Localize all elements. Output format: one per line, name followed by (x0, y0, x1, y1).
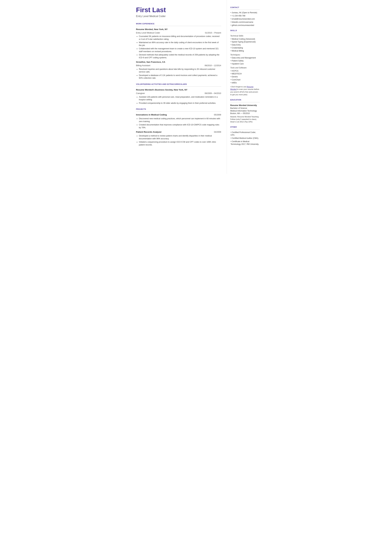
projects-divider (136, 111, 221, 112)
project-2-name: Patient Records Analyzer (136, 131, 162, 133)
left-column: First Last Entry Level Medical Coder WOR… (129, 0, 227, 174)
right-column: CONTACT Juneau, AK (Open to Remote) +1-2… (227, 0, 263, 174)
job-2-role: Billing Assistant (136, 64, 150, 67)
job-2-bullets: Resolved inquiries and questions about l… (139, 68, 221, 80)
volunteer-1: Resume Worded's Business Society, New Yo… (136, 88, 221, 105)
job-1-date: 01/2015 – Present (205, 32, 221, 35)
project-1-bullets: Discovered new medical coding practices,… (139, 117, 221, 129)
education-divider (230, 102, 260, 102)
contact-location: Juneau, AK (Open to Remote) (230, 11, 260, 14)
skill-item: ComChart (230, 78, 260, 81)
job-2-date: 06/2010 – 12/2014 (205, 64, 221, 67)
other-item: Certificate in Medical Terminology 2017,… (230, 140, 260, 146)
bullet-item: Developed a method to review patient cha… (139, 134, 221, 140)
skill-item: Dentrix (230, 76, 260, 78)
education-section: EDUCATION Resume Worded University Bache… (230, 99, 260, 123)
volunteer-1-bullets: Assisted 130 patients with personal care… (139, 96, 221, 105)
other-header: OTHER (230, 126, 260, 128)
project-2: Patient Records Analyzer 04/2009 Develop… (136, 131, 221, 146)
job-1-org: Resume Worded, New York, NY (136, 28, 168, 31)
bullet-item: Maintained an 86% accuracy rate in the d… (139, 41, 221, 47)
other-item: Certified Professional Coder, CPC. (230, 131, 260, 136)
edu-org: Resume Worded University (230, 104, 260, 107)
volunteering-divider (136, 86, 221, 87)
other-item: Certified Medical Auditor (CMA). (230, 137, 260, 140)
technical-skills-label: Technical Skills: (230, 35, 260, 37)
job-2: Growthsi, San Francisco, CA Billing Assi… (136, 61, 221, 79)
work-divider (136, 26, 221, 26)
project-1-date: 05/2009 (214, 113, 221, 116)
project-1: Innovations in Medical Coding 05/2009 Di… (136, 113, 221, 129)
edu-field: Medical Information Technology (230, 110, 260, 112)
skills-section: SKILLS Technical Skills: Medical Coding … (230, 29, 260, 96)
skill-item: MEDITECH (230, 72, 260, 75)
edu-awards: Awards: Resume Worded Teaching Fellow (o… (230, 115, 260, 123)
skill-item: HCPCS (230, 70, 260, 72)
skill-item: Credentialing (230, 47, 260, 49)
volunteer-1-role: Caregiver (136, 92, 145, 95)
contact-email: email@resumeworded.com (230, 18, 260, 20)
education-header: EDUCATION (230, 99, 260, 101)
other-section: OTHER Certified Professional Coder, CPC.… (230, 126, 260, 146)
skill-item: Patient Safety (230, 60, 260, 62)
tools-label: Tools and Software: (230, 66, 260, 69)
bullet-item: Counseled 3K patients on insurance billi… (139, 35, 221, 41)
volunteer-1-date: 06/2009 – 04/2010 (205, 92, 221, 95)
job-1-role: Entry Level Medical Coder (136, 31, 160, 34)
job-2-org: Growthsi, San Francisco, CA (136, 61, 165, 64)
bullet-item: Created documentation that improves comp… (139, 124, 221, 129)
contact-divider (230, 10, 260, 10)
contact-github: github.com/resumeworded (230, 24, 260, 27)
bullet-item: Developed a database of 3.1K patients to… (139, 74, 221, 80)
projects-header: PROJECTS (136, 108, 221, 110)
bullet-item: Resolved inquiries and questions about l… (139, 68, 221, 73)
contact-phone: +1-234-456-789 (230, 14, 260, 17)
bullet-item: Collaborated with the management team to… (139, 47, 221, 53)
skill-item: Speed Typing (Experienced) (230, 41, 260, 43)
job-1: Resume Worded, New York, NY Entry Level … (136, 28, 221, 59)
skill-item: Medical Coding (Advanced) (230, 38, 260, 40)
bullet-item: Assisted 130 patients with personal care… (139, 96, 221, 101)
techniques-label: Techniques: (230, 54, 260, 56)
contact-linkedin: linkedin.com/in/username (230, 21, 260, 23)
skill-item: Medical Billing (230, 49, 260, 52)
skills-header: SKILLS (230, 29, 260, 32)
promo-link[interactable]: Resume Worded (230, 86, 253, 90)
bullet-item: Initiated a sequencing procedure to assi… (139, 141, 221, 146)
promo-text: • Don't forget to use Resume Worded to s… (230, 85, 260, 96)
edu-location: Boston, MA — 05/2010 (230, 112, 260, 115)
job-1-bullets: Counseled 3K patients on insurance billi… (139, 35, 221, 59)
project-1-name: Innovations in Medical Coding (136, 113, 167, 116)
contact-section: CONTACT Juneau, AK (Open to Remote) +1-2… (230, 6, 260, 27)
project-2-bullets: Developed a method to review patient cha… (139, 134, 221, 146)
bullet-item: Discovered new medical coding practices,… (139, 117, 221, 123)
bullet-item: Provided companionship to 39 older adult… (139, 102, 221, 105)
skill-item: Inpatient Care (230, 63, 260, 65)
candidate-name: First Last (136, 6, 221, 14)
contact-header: CONTACT (230, 6, 260, 9)
volunteer-1-org: Resume Worded's Business Society, New Yo… (136, 88, 188, 91)
skill-item: Data entry and Management (230, 56, 260, 59)
skill-item: Data Entry (230, 44, 260, 46)
candidate-title: Entry Level Medical Coder (136, 14, 221, 18)
work-experience-header: WORK EXPERIENCE (136, 23, 221, 25)
skills-divider (230, 33, 260, 33)
project-2-date: 04/2009 (214, 131, 221, 133)
skill-item: eMDs (230, 82, 260, 84)
bullet-item: Devised methods that adequately coded th… (139, 54, 221, 59)
edu-degree: Bachelor of Science (230, 107, 260, 110)
volunteering-header: VOLUNTEERING ACTIVITIES AND EXTRACURRICU… (136, 83, 221, 85)
